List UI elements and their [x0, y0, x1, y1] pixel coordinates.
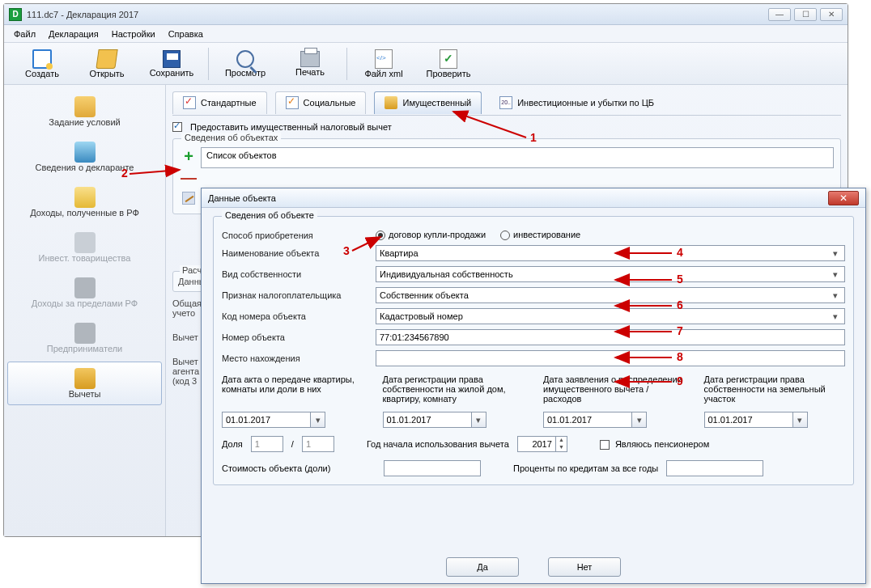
acquisition-label: Способ приобретения [222, 231, 376, 240]
dialog-titlebar: Данные объекта ✕ [202, 188, 865, 208]
app-icon: D [9, 8, 22, 21]
menu-declaration[interactable]: Декларация [45, 27, 102, 40]
deduction-tabs: Стандартные Социальные Имущественный 20.… [172, 90, 841, 116]
tb-check[interactable]: Проверить [420, 49, 477, 78]
date4-caption: Дата регистрации права собственности на … [704, 374, 846, 412]
edit-icon [182, 192, 195, 205]
sidebar-deductions[interactable]: Вычеты [7, 362, 162, 405]
cost-input[interactable] [384, 460, 481, 476]
plus-icon: + [184, 149, 193, 163]
tb-view[interactable]: Просмотр [217, 50, 274, 78]
dialog-close-button[interactable]: ✕ [828, 191, 859, 205]
menu-help[interactable]: Справка [165, 27, 206, 40]
provide-deduction-checkbox[interactable] [172, 122, 182, 132]
entrepreneur-icon [74, 323, 96, 344]
coins-icon [74, 187, 96, 208]
tb-create[interactable]: Создать [14, 49, 70, 78]
number-code-label: Код номера объекта [222, 311, 376, 321]
date4-input[interactable]: ▾ [704, 412, 846, 428]
object-data-dialog: Данные объекта ✕ Сведения об объекте Спо… [201, 188, 866, 584]
date2-input[interactable]: ▾ [383, 412, 525, 428]
person-icon [74, 142, 96, 163]
cancel-button[interactable]: Нет [548, 557, 621, 577]
deductions-icon [74, 368, 96, 389]
object-name-label: Наименование объекта [222, 248, 376, 258]
chevron-down-icon[interactable]: ▾ [311, 412, 325, 428]
interest-input[interactable] [666, 460, 763, 476]
titlebar: D 111.dc7 - Декларация 2017 — ☐ ✕ [4, 4, 848, 25]
chevron-down-icon[interactable]: ▾ [793, 412, 808, 428]
tab-invest[interactable]: 20..Инвестиционные и убытки по ЦБ [490, 91, 664, 114]
social-deduction-icon [286, 96, 299, 109]
tab-social[interactable]: Социальные [275, 91, 367, 114]
object-name-select[interactable]: Квартира▾ [376, 245, 845, 261]
standard-deduction-icon [183, 96, 196, 109]
invest-icon: 20.. [499, 96, 512, 109]
spin-down-icon[interactable]: ▼ [556, 444, 567, 451]
object-number-input[interactable] [376, 329, 845, 345]
location-input[interactable] [376, 350, 845, 366]
radio-invest[interactable]: инвестирование [500, 230, 580, 240]
tb-xml[interactable]: Файл xml [355, 49, 412, 78]
maximize-button[interactable]: ☐ [794, 8, 817, 21]
number-code-select[interactable]: Кадастровый номер▾ [376, 308, 845, 324]
radio-icon [376, 231, 385, 240]
chevron-down-icon[interactable]: ▾ [632, 412, 647, 428]
date1-input[interactable]: ▾ [222, 412, 363, 428]
add-object-button[interactable]: + [180, 147, 198, 165]
printer-icon [300, 51, 320, 67]
partnership-icon [74, 232, 96, 253]
toolbar-separator [346, 48, 347, 80]
menu-settings[interactable]: Настройки [108, 27, 159, 40]
tab-property[interactable]: Имущественный [374, 91, 482, 114]
radio-icon [500, 231, 510, 240]
save-disk-icon [163, 50, 181, 68]
tb-save[interactable]: Сохранить [143, 50, 200, 78]
house-icon [385, 96, 397, 109]
edit-object-button[interactable] [180, 189, 198, 207]
location-label: Место нахождения [222, 353, 376, 363]
sidebar-declarant[interactable]: Сведения о декларанте [7, 135, 162, 179]
sidebar-entrepreneurs[interactable]: Предприниматели [7, 316, 162, 360]
minimize-button[interactable]: — [768, 8, 791, 21]
spin-up-icon[interactable]: ▲ [556, 437, 567, 444]
chevron-down-icon: ▾ [830, 248, 841, 259]
chevron-down-icon: ▾ [830, 269, 841, 280]
ownership-label: Вид собственности [222, 269, 376, 279]
chevron-down-icon: ▾ [830, 311, 841, 322]
sidebar-invest-partnership[interactable]: Инвест. товарищества [7, 226, 162, 269]
ownership-select[interactable]: Индивидуальная собственность▾ [376, 266, 845, 282]
tb-print[interactable]: Печать [282, 51, 338, 77]
object-number-label: Номер объекта [222, 332, 376, 342]
taxpayer-sign-select[interactable]: Собственник объекта▾ [376, 287, 845, 303]
remove-object-button[interactable]: — [180, 168, 198, 186]
sidebar-foreign-income[interactable]: Доходы за пределами РФ [7, 271, 162, 315]
menu-file[interactable]: Файл [11, 27, 39, 40]
pensioner-checkbox[interactable] [600, 440, 610, 450]
toolbar-separator [208, 48, 209, 80]
chevron-down-icon[interactable]: ▾ [472, 412, 486, 428]
provide-deduction-label: Предоставить имущественный налоговый выч… [190, 122, 392, 132]
new-file-icon [32, 49, 52, 69]
date2-caption: Дата регистрации права собственности на … [383, 374, 525, 412]
dialog-title: Данные объекта [208, 193, 276, 203]
tb-open[interactable]: Открыть [79, 49, 135, 78]
provide-deduction-row: Предоставить имущественный налоговый выч… [172, 122, 841, 132]
share-label: Доля [222, 439, 243, 449]
tab-standard[interactable]: Стандартные [172, 91, 267, 114]
sidebar-income-rf[interactable]: Доходы, полученные в РФ [7, 180, 162, 224]
window-title: 111.dc7 - Декларация 2017 [27, 10, 768, 19]
year-spinner[interactable]: ▲▼ [517, 436, 567, 452]
objects-list[interactable]: Список объектов [201, 147, 834, 168]
sidebar-conditions[interactable]: Задание условий [7, 90, 162, 133]
conditions-icon [74, 96, 96, 117]
check-doc-icon [440, 49, 457, 69]
ok-button[interactable]: Да [446, 557, 519, 577]
date3-input[interactable]: ▾ [543, 412, 685, 428]
toolbar: Создать Открыть Сохранить Просмотр Печат… [4, 43, 848, 85]
close-button[interactable]: ✕ [820, 8, 843, 21]
pensioner-label: Являюсь пенсионером [615, 439, 709, 449]
radio-purchase[interactable]: договор купли-продажи [376, 230, 486, 240]
chevron-down-icon: ▾ [830, 290, 841, 301]
cost-label: Стоимость объекта (доли) [222, 463, 376, 473]
